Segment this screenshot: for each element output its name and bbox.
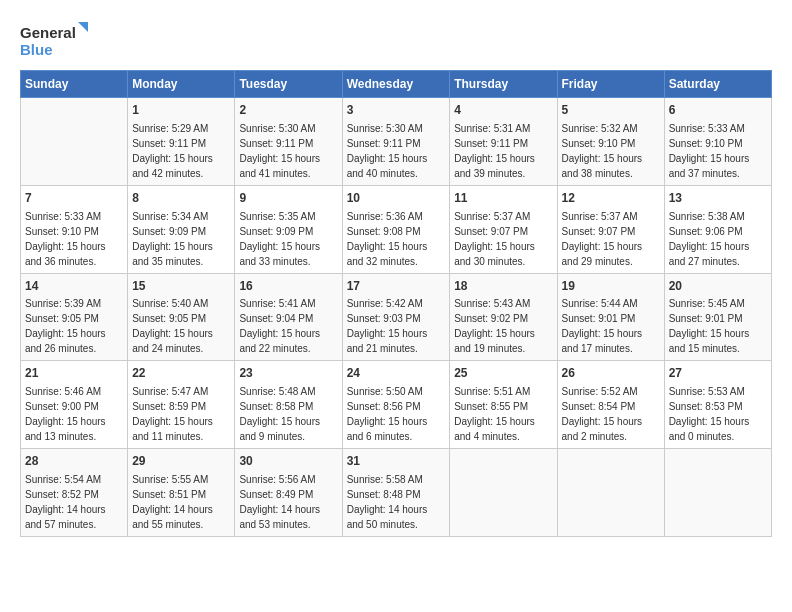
day-info: Sunrise: 5:38 AM Sunset: 9:06 PM Dayligh… (669, 211, 750, 267)
day-info: Sunrise: 5:33 AM Sunset: 9:10 PM Dayligh… (25, 211, 106, 267)
calendar-body: 1Sunrise: 5:29 AM Sunset: 9:11 PM Daylig… (21, 98, 772, 537)
day-cell: 5Sunrise: 5:32 AM Sunset: 9:10 PM Daylig… (557, 98, 664, 186)
day-cell (450, 449, 557, 537)
day-info: Sunrise: 5:45 AM Sunset: 9:01 PM Dayligh… (669, 298, 750, 354)
day-info: Sunrise: 5:39 AM Sunset: 9:05 PM Dayligh… (25, 298, 106, 354)
day-number: 6 (669, 102, 767, 119)
day-cell: 19Sunrise: 5:44 AM Sunset: 9:01 PM Dayli… (557, 273, 664, 361)
week-row-2: 7Sunrise: 5:33 AM Sunset: 9:10 PM Daylig… (21, 185, 772, 273)
day-number: 8 (132, 190, 230, 207)
day-info: Sunrise: 5:51 AM Sunset: 8:55 PM Dayligh… (454, 386, 535, 442)
day-number: 12 (562, 190, 660, 207)
day-number: 9 (239, 190, 337, 207)
header-sunday: Sunday (21, 71, 128, 98)
day-number: 13 (669, 190, 767, 207)
svg-text:Blue: Blue (20, 41, 53, 58)
day-number: 23 (239, 365, 337, 382)
day-info: Sunrise: 5:41 AM Sunset: 9:04 PM Dayligh… (239, 298, 320, 354)
day-cell: 15Sunrise: 5:40 AM Sunset: 9:05 PM Dayli… (128, 273, 235, 361)
day-number: 2 (239, 102, 337, 119)
day-cell: 14Sunrise: 5:39 AM Sunset: 9:05 PM Dayli… (21, 273, 128, 361)
day-number: 28 (25, 453, 123, 470)
day-cell: 13Sunrise: 5:38 AM Sunset: 9:06 PM Dayli… (664, 185, 771, 273)
day-info: Sunrise: 5:32 AM Sunset: 9:10 PM Dayligh… (562, 123, 643, 179)
day-info: Sunrise: 5:52 AM Sunset: 8:54 PM Dayligh… (562, 386, 643, 442)
day-number: 22 (132, 365, 230, 382)
day-info: Sunrise: 5:33 AM Sunset: 9:10 PM Dayligh… (669, 123, 750, 179)
day-info: Sunrise: 5:40 AM Sunset: 9:05 PM Dayligh… (132, 298, 213, 354)
calendar-table: SundayMondayTuesdayWednesdayThursdayFrid… (20, 70, 772, 537)
day-cell: 12Sunrise: 5:37 AM Sunset: 9:07 PM Dayli… (557, 185, 664, 273)
day-number: 31 (347, 453, 446, 470)
day-info: Sunrise: 5:31 AM Sunset: 9:11 PM Dayligh… (454, 123, 535, 179)
day-cell: 22Sunrise: 5:47 AM Sunset: 8:59 PM Dayli… (128, 361, 235, 449)
day-cell: 30Sunrise: 5:56 AM Sunset: 8:49 PM Dayli… (235, 449, 342, 537)
day-info: Sunrise: 5:42 AM Sunset: 9:03 PM Dayligh… (347, 298, 428, 354)
day-cell: 1Sunrise: 5:29 AM Sunset: 9:11 PM Daylig… (128, 98, 235, 186)
day-cell: 16Sunrise: 5:41 AM Sunset: 9:04 PM Dayli… (235, 273, 342, 361)
day-info: Sunrise: 5:35 AM Sunset: 9:09 PM Dayligh… (239, 211, 320, 267)
day-cell: 11Sunrise: 5:37 AM Sunset: 9:07 PM Dayli… (450, 185, 557, 273)
day-cell: 9Sunrise: 5:35 AM Sunset: 9:09 PM Daylig… (235, 185, 342, 273)
day-number: 14 (25, 278, 123, 295)
day-info: Sunrise: 5:50 AM Sunset: 8:56 PM Dayligh… (347, 386, 428, 442)
day-cell: 28Sunrise: 5:54 AM Sunset: 8:52 PM Dayli… (21, 449, 128, 537)
day-cell (21, 98, 128, 186)
week-row-4: 21Sunrise: 5:46 AM Sunset: 9:00 PM Dayli… (21, 361, 772, 449)
day-cell: 23Sunrise: 5:48 AM Sunset: 8:58 PM Dayli… (235, 361, 342, 449)
day-info: Sunrise: 5:47 AM Sunset: 8:59 PM Dayligh… (132, 386, 213, 442)
day-number: 19 (562, 278, 660, 295)
day-cell: 4Sunrise: 5:31 AM Sunset: 9:11 PM Daylig… (450, 98, 557, 186)
day-number: 26 (562, 365, 660, 382)
day-info: Sunrise: 5:46 AM Sunset: 9:00 PM Dayligh… (25, 386, 106, 442)
day-cell: 18Sunrise: 5:43 AM Sunset: 9:02 PM Dayli… (450, 273, 557, 361)
day-cell: 3Sunrise: 5:30 AM Sunset: 9:11 PM Daylig… (342, 98, 450, 186)
day-info: Sunrise: 5:44 AM Sunset: 9:01 PM Dayligh… (562, 298, 643, 354)
day-number: 7 (25, 190, 123, 207)
day-info: Sunrise: 5:34 AM Sunset: 9:09 PM Dayligh… (132, 211, 213, 267)
day-number: 11 (454, 190, 552, 207)
day-info: Sunrise: 5:54 AM Sunset: 8:52 PM Dayligh… (25, 474, 106, 530)
day-info: Sunrise: 5:37 AM Sunset: 9:07 PM Dayligh… (454, 211, 535, 267)
day-number: 16 (239, 278, 337, 295)
day-info: Sunrise: 5:30 AM Sunset: 9:11 PM Dayligh… (347, 123, 428, 179)
day-info: Sunrise: 5:55 AM Sunset: 8:51 PM Dayligh… (132, 474, 213, 530)
header-thursday: Thursday (450, 71, 557, 98)
day-cell (557, 449, 664, 537)
week-row-3: 14Sunrise: 5:39 AM Sunset: 9:05 PM Dayli… (21, 273, 772, 361)
day-number: 21 (25, 365, 123, 382)
header-monday: Monday (128, 71, 235, 98)
header-friday: Friday (557, 71, 664, 98)
day-number: 27 (669, 365, 767, 382)
header-saturday: Saturday (664, 71, 771, 98)
day-info: Sunrise: 5:43 AM Sunset: 9:02 PM Dayligh… (454, 298, 535, 354)
day-number: 15 (132, 278, 230, 295)
day-cell: 29Sunrise: 5:55 AM Sunset: 8:51 PM Dayli… (128, 449, 235, 537)
calendar-header: SundayMondayTuesdayWednesdayThursdayFrid… (21, 71, 772, 98)
day-cell: 31Sunrise: 5:58 AM Sunset: 8:48 PM Dayli… (342, 449, 450, 537)
day-number: 4 (454, 102, 552, 119)
day-info: Sunrise: 5:30 AM Sunset: 9:11 PM Dayligh… (239, 123, 320, 179)
day-cell: 6Sunrise: 5:33 AM Sunset: 9:10 PM Daylig… (664, 98, 771, 186)
day-number: 24 (347, 365, 446, 382)
logo: GeneralBlue (20, 20, 100, 60)
week-row-5: 28Sunrise: 5:54 AM Sunset: 8:52 PM Dayli… (21, 449, 772, 537)
day-cell (664, 449, 771, 537)
day-number: 25 (454, 365, 552, 382)
week-row-1: 1Sunrise: 5:29 AM Sunset: 9:11 PM Daylig… (21, 98, 772, 186)
logo-icon: GeneralBlue (20, 20, 100, 60)
day-info: Sunrise: 5:53 AM Sunset: 8:53 PM Dayligh… (669, 386, 750, 442)
day-cell: 27Sunrise: 5:53 AM Sunset: 8:53 PM Dayli… (664, 361, 771, 449)
day-number: 29 (132, 453, 230, 470)
day-number: 10 (347, 190, 446, 207)
day-cell: 7Sunrise: 5:33 AM Sunset: 9:10 PM Daylig… (21, 185, 128, 273)
day-info: Sunrise: 5:37 AM Sunset: 9:07 PM Dayligh… (562, 211, 643, 267)
header-wednesday: Wednesday (342, 71, 450, 98)
day-number: 17 (347, 278, 446, 295)
day-number: 18 (454, 278, 552, 295)
svg-text:General: General (20, 24, 76, 41)
day-cell: 2Sunrise: 5:30 AM Sunset: 9:11 PM Daylig… (235, 98, 342, 186)
day-number: 30 (239, 453, 337, 470)
day-info: Sunrise: 5:29 AM Sunset: 9:11 PM Dayligh… (132, 123, 213, 179)
page-header: GeneralBlue (20, 20, 772, 60)
